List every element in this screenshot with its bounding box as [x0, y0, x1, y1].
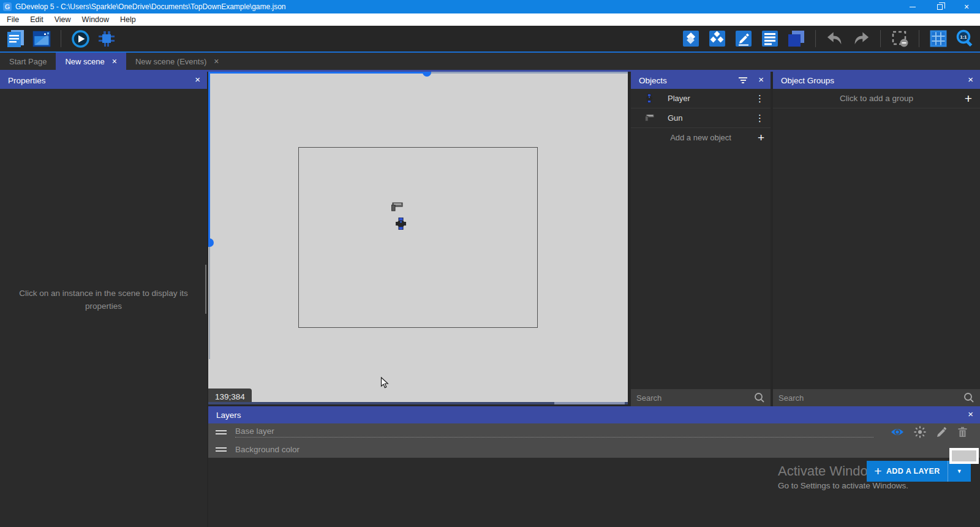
toolbar-separator: [880, 30, 881, 47]
vertical-scrollbar-track[interactable]: [208, 72, 210, 243]
vertical-scrollbar-knob[interactable]: [208, 238, 214, 247]
title-bar: G GDevelop 5 - C:\Users\Sparkle\OneDrive…: [0, 0, 980, 13]
background-color-picker[interactable]: [949, 448, 979, 464]
add-group-row[interactable]: Click to add a group +: [773, 89, 980, 108]
add-group-label: Click to add a group: [840, 94, 913, 103]
toggle-grid-button[interactable]: [928, 28, 949, 49]
scene-properties-button[interactable]: [31, 28, 52, 49]
panel-title: Object Groups: [781, 76, 834, 85]
bottom-scrollbar-knob[interactable]: [554, 402, 625, 404]
object-row-gun[interactable]: Gun ⋮: [631, 108, 771, 128]
scene-editor-canvas[interactable]: 139;384: [208, 72, 628, 404]
drag-handle-icon[interactable]: [216, 430, 227, 434]
toolbar: 1:1: [0, 26, 980, 53]
object-groups-panel-icon: [708, 29, 726, 48]
horizontal-scrollbar-track[interactable]: [427, 72, 628, 74]
kebab-menu-icon[interactable]: ⋮: [755, 93, 764, 104]
layers-panel-icon: [787, 29, 805, 48]
tab-new-scene-events[interactable]: New scene (Events) ×: [126, 53, 228, 70]
objects-panel-icon: [682, 29, 700, 48]
debug-bug-icon: [97, 29, 116, 48]
objects-search-input[interactable]: [636, 393, 754, 403]
project-manager-icon: [6, 29, 25, 48]
menu-file[interactable]: File: [1, 15, 24, 24]
menu-view[interactable]: View: [49, 15, 77, 24]
objects-panel-header: Objects ×: [631, 72, 771, 89]
menu-edit[interactable]: Edit: [24, 15, 49, 24]
menu-bar: File Edit View Window Help: [0, 13, 980, 26]
color-swatch: [952, 450, 976, 461]
toolbar-separator: [919, 30, 919, 47]
layer-row-base[interactable]: [208, 423, 980, 441]
close-icon: ×: [964, 2, 969, 11]
object-groups-panel: Object Groups × Click to add a group +: [773, 72, 980, 406]
scrollbar-thumb[interactable]: [205, 265, 206, 314]
debug-button[interactable]: [96, 28, 117, 49]
undo-button[interactable]: [824, 28, 845, 49]
restore-icon: [937, 4, 943, 10]
search-icon: [963, 392, 974, 403]
activate-windows-subtext: Go to Settings to activate Windows.: [778, 481, 908, 490]
add-layer-button[interactable]: + ADD A LAYER ▼: [867, 461, 971, 482]
gun-object-icon: [644, 114, 655, 122]
plus-icon: +: [758, 132, 764, 143]
search-icon: [754, 392, 765, 403]
close-icon[interactable]: ×: [968, 75, 973, 84]
toggle-layers-panel-button[interactable]: [786, 28, 807, 49]
chevron-down-icon[interactable]: ▼: [948, 468, 971, 474]
layer-name-input[interactable]: [235, 427, 873, 438]
visibility-eye-icon[interactable]: [891, 427, 904, 437]
tab-label: New scene: [65, 57, 104, 66]
tab-label: Start Page: [9, 57, 47, 66]
restore-button[interactable]: [926, 0, 953, 13]
properties-panel-header: Properties ×: [0, 72, 207, 89]
filter-icon[interactable]: [739, 77, 747, 83]
object-row-player[interactable]: Player ⋮: [631, 89, 771, 108]
instances-list-icon: [761, 29, 779, 48]
tab-start-page[interactable]: Start Page: [0, 53, 56, 70]
tab-new-scene[interactable]: New scene ×: [56, 53, 126, 70]
redo-button[interactable]: [851, 28, 872, 49]
window-mask-icon: [891, 29, 909, 48]
menu-help[interactable]: Help: [115, 15, 141, 24]
play-preview-button[interactable]: [70, 28, 91, 49]
window-title: GDevelop 5 - C:\Users\Sparkle\OneDrive\D…: [15, 2, 286, 11]
edit-layer-pencil-icon[interactable]: [936, 427, 948, 438]
vertical-scrollbar-track[interactable]: [209, 243, 210, 359]
tab-close-icon[interactable]: ×: [214, 56, 219, 66]
delete-layer-trash-icon[interactable]: [957, 427, 968, 438]
player-instance[interactable]: [396, 218, 406, 230]
toggle-properties-panel-button[interactable]: [733, 28, 754, 49]
gun-instance[interactable]: [391, 202, 403, 212]
kebab-menu-icon[interactable]: ⋮: [755, 113, 764, 124]
layer-row-background-color[interactable]: Background color: [208, 441, 980, 458]
close-icon[interactable]: ×: [968, 409, 973, 419]
drag-handle-icon[interactable]: [216, 447, 227, 452]
toggle-object-groups-panel-button[interactable]: [707, 28, 728, 49]
horizontal-scrollbar-track[interactable]: [208, 72, 427, 74]
play-icon: [71, 29, 90, 48]
zoom-original-button[interactable]: 1:1: [954, 28, 975, 49]
tab-close-icon[interactable]: ×: [112, 56, 117, 66]
close-button[interactable]: ×: [953, 0, 980, 13]
minimize-button[interactable]: [899, 0, 926, 13]
close-icon[interactable]: ×: [758, 75, 764, 84]
plus-icon: +: [965, 92, 972, 105]
toolbar-separator: [61, 30, 61, 47]
project-manager-button[interactable]: [5, 28, 26, 49]
layers-panel: Layers ×: [208, 406, 980, 527]
groups-search-input[interactable]: [778, 393, 963, 403]
horizontal-scrollbar-knob[interactable]: [423, 72, 431, 77]
scene-window-bounds: [298, 147, 538, 328]
player-object-icon: [646, 94, 653, 103]
add-new-object-button[interactable]: Add a new object +: [631, 128, 771, 146]
close-icon[interactable]: ×: [195, 75, 200, 84]
toggle-objects-panel-button[interactable]: [680, 28, 701, 49]
toggle-instances-list-button[interactable]: [760, 28, 780, 49]
properties-empty-message: Click on an instance in the scene to dis…: [0, 287, 207, 313]
menu-window[interactable]: Window: [77, 15, 115, 24]
toggle-mask-button[interactable]: [889, 28, 910, 49]
layer-effects-icon[interactable]: [914, 426, 926, 438]
tab-bar: Start Page New scene × New scene (Events…: [0, 53, 980, 72]
layer-name: Background color: [235, 445, 300, 454]
